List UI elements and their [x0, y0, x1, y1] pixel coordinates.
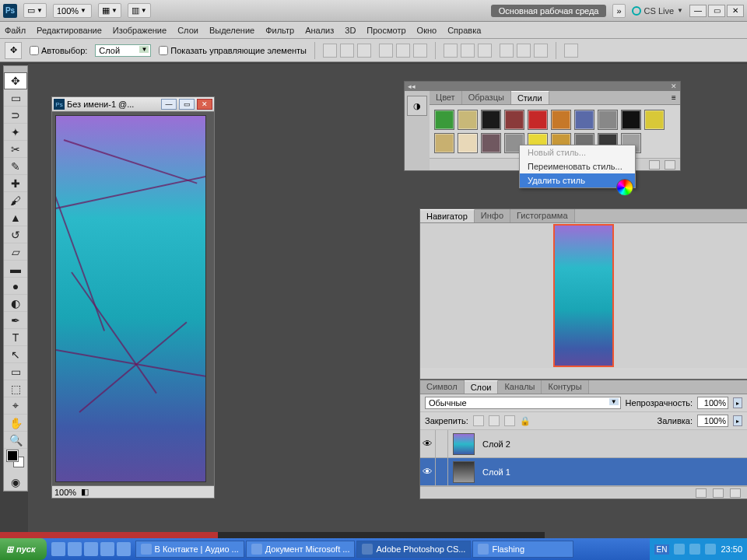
tray-icon[interactable] [689, 544, 700, 555]
menu-item[interactable]: Фильтр [265, 26, 294, 35]
ql-icon[interactable] [51, 542, 65, 556]
menu-item[interactable]: 3D [345, 26, 356, 35]
hand-tool[interactable]: ✋ [4, 415, 27, 432]
lock-position-icon[interactable] [489, 415, 500, 426]
layer-thumb[interactable] [453, 461, 475, 483]
style-swatch[interactable] [598, 110, 618, 130]
layer-name[interactable]: Слой 2 [479, 439, 510, 449]
align-icon[interactable] [396, 44, 410, 58]
tab-цвет[interactable]: Цвет [430, 91, 462, 104]
maximize-button[interactable]: ▭ [708, 5, 725, 17]
style-swatch[interactable] [644, 110, 665, 130]
doc-info-icon[interactable]: ◧ [81, 487, 89, 497]
style-swatch[interactable] [481, 110, 501, 130]
3d-camera-tool[interactable]: ⌖ [4, 397, 27, 415]
layer-mask-icon[interactable] [730, 488, 741, 498]
fill-flyout[interactable]: ▸ [733, 415, 742, 426]
new-style-icon[interactable] [649, 160, 660, 170]
link-cell[interactable] [436, 458, 448, 485]
menu-item[interactable]: Справка [447, 26, 481, 35]
link-layers-icon[interactable] [696, 488, 707, 498]
menu-item[interactable]: Анализ [305, 26, 334, 35]
layer-row[interactable]: 👁Слой 2 [420, 430, 747, 458]
canvas[interactable] [55, 115, 206, 482]
wand-tool[interactable]: ✦ [4, 124, 27, 141]
ql-icon[interactable] [117, 542, 131, 556]
align-icon[interactable] [413, 44, 427, 58]
align-icon[interactable] [379, 44, 393, 58]
navigator-body[interactable] [420, 223, 747, 368]
3d-tool[interactable]: ⬚ [4, 380, 27, 397]
tab[interactable]: Гистограмма [510, 209, 575, 222]
workspace-label[interactable]: Основная рабочая среда [491, 5, 607, 17]
transform-controls-checkbox[interactable]: Показать управляющие элементы [159, 46, 307, 55]
crop-tool[interactable]: ✂ [4, 141, 27, 158]
clock[interactable]: 23:50 [721, 544, 742, 554]
align-icon[interactable] [357, 44, 371, 58]
delete-style-icon[interactable] [665, 160, 675, 170]
visibility-icon[interactable]: 👁 [420, 458, 436, 485]
distribute-icon[interactable] [534, 44, 548, 58]
shape-tool[interactable]: ▭ [4, 363, 27, 380]
layer-row[interactable]: 👁Слой 1 [420, 458, 747, 486]
menu-item[interactable]: Файл [5, 26, 26, 35]
style-swatch[interactable] [481, 133, 501, 153]
video-progress[interactable] [0, 532, 545, 538]
fill-input[interactable]: 100% [697, 415, 728, 427]
history-brush-tool[interactable]: ↺ [4, 226, 27, 243]
task-button[interactable]: Adobe Photoshop CS... [356, 541, 471, 558]
style-swatch[interactable] [551, 110, 571, 130]
task-button[interactable]: Flashing [472, 541, 573, 558]
fg-color[interactable] [7, 450, 18, 461]
navigator-thumb[interactable] [553, 224, 614, 367]
menu-item[interactable]: Просмотр [366, 26, 405, 35]
start-button[interactable]: ⊞пуск [0, 538, 47, 560]
menu-item[interactable]: Слои [177, 26, 198, 35]
style-swatch[interactable] [458, 110, 478, 130]
panel-grip[interactable]: ◂◂✕ [405, 82, 680, 91]
move-tool[interactable]: ✥ [4, 72, 27, 89]
quickmask-tool[interactable]: ◉ [4, 474, 27, 491]
task-button[interactable]: Документ Microsoft ... [246, 541, 356, 558]
layer-thumb[interactable] [453, 433, 475, 455]
zoom-dropdown[interactable]: 100%▼ [53, 4, 92, 18]
doc-zoom[interactable]: 100% [54, 488, 76, 497]
lasso-tool[interactable]: ⊃ [4, 107, 27, 124]
style-swatch[interactable] [528, 110, 548, 130]
style-swatch[interactable] [574, 110, 594, 130]
color-swatches[interactable] [4, 449, 27, 474]
tab[interactable]: Контуры [542, 380, 588, 394]
blend-mode-dropdown[interactable]: Обычные [425, 397, 621, 409]
zoom-tool[interactable]: 🔍 [4, 432, 27, 449]
pen-tool[interactable]: ✒ [4, 312, 27, 329]
menu-item[interactable]: Выделение [209, 26, 254, 35]
menu-item[interactable]: Редактирование [37, 26, 102, 35]
lock-icon[interactable]: 🔒 [520, 416, 531, 426]
type-tool[interactable]: T [4, 329, 27, 346]
dodge-tool[interactable]: ◐ [4, 295, 27, 312]
layer-name[interactable]: Слой 1 [479, 467, 510, 477]
eraser-tool[interactable]: ▱ [4, 243, 27, 261]
distribute-icon[interactable] [461, 44, 475, 58]
tab[interactable]: Инфо [475, 209, 510, 222]
tab-стили[interactable]: Стили [511, 91, 549, 104]
ql-icon[interactable] [84, 542, 98, 556]
distribute-icon[interactable] [500, 44, 514, 58]
tab[interactable]: Навигатор [420, 209, 475, 222]
ql-icon[interactable] [68, 542, 82, 556]
doc-minimize[interactable]: — [161, 99, 177, 110]
close-button[interactable]: ✕ [727, 5, 744, 17]
auto-align-icon[interactable] [564, 44, 578, 58]
opacity-input[interactable]: 100% [697, 397, 728, 409]
arrange-dropdown-1[interactable]: ▦▼ [98, 3, 121, 18]
menu-item[interactable]: Изображение [113, 26, 167, 35]
arrange-dropdown-2[interactable]: ▥▼ [128, 3, 151, 18]
distribute-icon[interactable] [478, 44, 492, 58]
tray-icon[interactable] [705, 544, 716, 555]
cs-live[interactable]: CS Live▼ [632, 6, 683, 16]
document-titlebar[interactable]: Ps Без имени-1 @... — ▭ ✕ [51, 96, 215, 112]
style-swatch[interactable] [621, 110, 641, 130]
gradient-tool[interactable]: ▬ [4, 261, 27, 278]
panel-menu-icon[interactable]: ≡ [668, 91, 680, 104]
screenmode-dropdown[interactable]: ▭▼ [23, 3, 47, 18]
